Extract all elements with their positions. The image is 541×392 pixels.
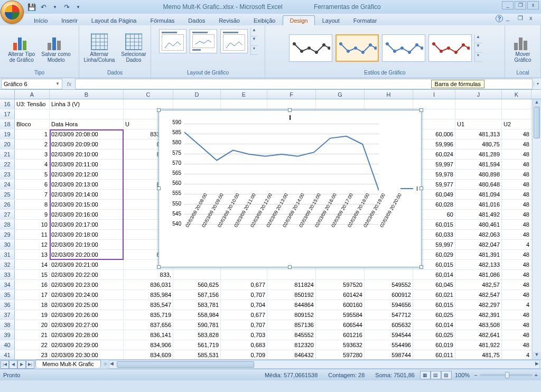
cell[interactable]: 0,709 [221,350,267,359]
cell[interactable]: 481,313 [455,129,502,139]
help-icon[interactable]: ? [496,15,503,22]
zoom-in-icon[interactable]: + [535,372,538,378]
sheet-nav-next-icon[interactable]: ▶ [17,360,26,369]
cell[interactable]: Data Hora [50,119,124,129]
name-box-dropdown-icon[interactable]: ▼ [55,81,60,86]
cell[interactable]: 583,781 [173,300,221,310]
page-break-view-icon[interactable]: ▧ [441,371,452,379]
cell[interactable]: 48 [502,220,531,229]
row-header[interactable]: 20 [0,139,15,149]
restore-button[interactable]: ❐ [515,1,526,10]
cell[interactable] [221,270,267,279]
cell[interactable]: 835,547 [124,300,173,310]
cell[interactable]: 48 [502,310,531,320]
cell[interactable]: 600160 [316,300,365,310]
cell[interactable]: 812320 [267,340,316,350]
cell[interactable]: 48 [502,250,531,259]
row-header[interactable]: 16 [0,99,15,109]
cell[interactable]: 60,019 [413,340,455,350]
zoom-level[interactable]: 100% [455,372,470,378]
cell[interactable]: 02/03/09 20:24:00 [50,290,124,300]
cell[interactable]: 844864 [267,300,316,310]
cell[interactable]: 833, [124,270,173,279]
cell[interactable]: 22 [15,340,50,350]
col-header-H[interactable]: H [365,90,413,99]
chart-layout-2[interactable] [190,29,217,53]
cell[interactable]: 48 [502,200,531,209]
cell[interactable]: U2 [502,119,531,129]
col-header-E[interactable]: E [221,90,267,99]
redo-icon[interactable]: ↷ [62,3,71,11]
cell[interactable]: 590,781 [173,320,221,330]
cell[interactable]: 5 [15,170,50,179]
cell[interactable]: 4 [15,160,50,169]
cell[interactable]: 480,898 [455,170,502,179]
tab-layout[interactable]: Layout [316,16,346,25]
select-all-corner[interactable] [0,90,15,99]
name-box[interactable]: Gráfico 6 ▼ [1,79,62,89]
office-button[interactable] [1,1,24,24]
col-header-B[interactable]: B [50,90,124,99]
cell[interactable]: 836,031 [124,280,173,290]
chart-style-1[interactable] [289,34,332,62]
fx-button[interactable]: fx [63,81,75,87]
cell[interactable]: 836,141 [124,330,173,340]
cell[interactable]: 48 [502,280,531,290]
cell[interactable]: 605632 [365,320,413,330]
cell[interactable]: 554496 [365,340,413,350]
cell[interactable] [124,99,173,109]
formula-input[interactable]: Barra de fórmulas [75,79,533,89]
cell[interactable]: 48 [502,180,531,189]
cell[interactable] [316,270,365,279]
page-layout-view-icon[interactable]: ▤ [431,371,441,379]
cell[interactable]: 48 [502,230,531,239]
change-chart-type-button[interactable]: Alterar Tipo de Gráfico [6,32,37,64]
cell[interactable]: 13 [15,250,50,259]
tab-revisao[interactable]: Revisão [212,16,246,25]
cell[interactable]: 10 [15,220,50,229]
cell[interactable]: 60,045 [413,280,455,290]
row-header[interactable]: 18 [0,119,15,129]
cell[interactable]: 60,011 [413,350,455,359]
row-header[interactable]: 17 [0,109,15,119]
cell[interactable]: 02/03/09 20:30:00 [50,350,124,359]
cell[interactable]: 481,289 [455,150,502,159]
cell[interactable]: 48 [502,290,531,300]
doc-close-button[interactable]: x [529,15,538,22]
cell[interactable]: 21 [15,330,50,340]
row-header[interactable]: 39 [0,330,15,340]
row-header[interactable]: 29 [0,230,15,239]
cell[interactable] [455,99,502,109]
col-header-A[interactable]: A [15,90,50,99]
row-header[interactable]: 27 [0,210,15,219]
cell[interactable]: 483,508 [455,320,502,330]
cell[interactable]: 601216 [316,330,365,340]
cell[interactable] [50,109,124,119]
chart-handle-w[interactable] [157,186,161,190]
cell[interactable]: 606544 [316,320,365,330]
cell[interactable]: 600912 [365,290,413,300]
cell[interactable]: 48 [502,260,531,269]
tab-formatar[interactable]: Formatar [347,16,384,25]
cell[interactable]: Linha 3 (V) [50,99,124,109]
cell[interactable]: 48 [502,340,531,350]
cell[interactable]: 594544 [365,330,413,340]
cell[interactable]: 481,086 [455,270,502,279]
scroll-thumb[interactable] [534,107,540,138]
cell[interactable]: 482,641 [455,330,502,340]
cell[interactable]: 02/03/09 20:25:00 [50,300,124,310]
cell[interactable]: 594656 [365,300,413,310]
chart-style-2[interactable] [335,34,379,62]
cell[interactable]: 48 [502,139,531,149]
chart-layout-3[interactable] [220,29,248,53]
row-header[interactable]: 21 [0,150,15,159]
save-template-button[interactable]: Salvar como Modelo [39,32,73,64]
cell[interactable]: 0,704 [221,300,267,310]
cell[interactable]: 0,677 [221,310,267,320]
cell[interactable]: 598744 [365,350,413,359]
cell[interactable]: 835,719 [124,310,173,320]
row-header[interactable]: 33 [0,270,15,279]
cell[interactable]: 549552 [365,280,413,290]
zoom-slider[interactable]: − + [474,372,538,378]
row-header[interactable]: 35 [0,290,15,300]
